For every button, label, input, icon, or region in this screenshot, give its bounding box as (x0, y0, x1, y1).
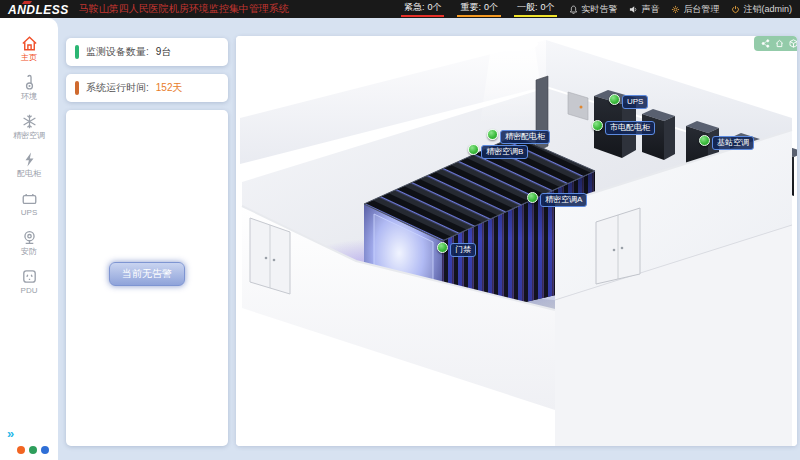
alarm-list-panel: 当前无告警 (66, 110, 228, 446)
bell-icon (569, 5, 578, 14)
device-label[interactable]: 精密空调B (468, 144, 528, 159)
sidebar-item-pdu[interactable]: PDU (3, 263, 55, 299)
device-status-dot (609, 94, 620, 105)
sidebar-item-ups[interactable]: UPS (3, 185, 55, 221)
alarm-level-label: 一般: (517, 1, 538, 14)
action-label: 注销(admin) (743, 3, 792, 16)
device-status-dot (437, 242, 448, 253)
snowflake-icon (20, 112, 39, 131)
speaker-icon (629, 5, 638, 14)
sidebar-item-power-distribution[interactable]: 配电柜 (3, 146, 55, 182)
logo-text: ANDLESS (8, 3, 69, 17)
app-root: ANDLESS 马鞍山第四人民医院机房环境监控集中管理系统 紧急: 0个 重要:… (0, 0, 800, 460)
logout-icon (731, 5, 740, 14)
device-count-label: 监测设备数量: (86, 45, 149, 59)
scene-3d-view[interactable]: UPS市电配电柜基站空调精密配电柜精密空调B精密空调A门禁 (236, 36, 797, 446)
device-label-text: 精密空调B (481, 145, 528, 159)
device-label[interactable]: UPS (609, 94, 648, 109)
device-label[interactable]: 基站空调 (699, 135, 754, 150)
home-icon[interactable] (775, 39, 784, 48)
top-bar: ANDLESS 马鞍山第四人民医院机房环境监控集中管理系统 紧急: 0个 重要:… (0, 0, 800, 18)
status-dot-blue[interactable] (41, 446, 49, 454)
alarm-level-count: 0个 (540, 1, 554, 14)
alarm-level-major[interactable]: 重要: 0个 (457, 1, 501, 17)
sidebar-item-label: UPS (21, 209, 37, 218)
device-label-text: 精密空调A (540, 193, 587, 207)
action-label: 后台管理 (683, 3, 719, 16)
uptime-value: 152天 (156, 81, 183, 95)
sidebar-item-label: 配电柜 (17, 170, 41, 179)
gear-icon (671, 5, 680, 14)
alarm-level-critical[interactable]: 紧急: 0个 (401, 1, 445, 17)
sidebar-item-home[interactable]: 主页 (3, 30, 55, 66)
device-label[interactable]: 精密空调A (527, 192, 587, 207)
green-bar-icon (75, 45, 79, 59)
device-label-text: 基站空调 (712, 136, 754, 150)
device-label[interactable]: 门禁 (437, 242, 476, 257)
device-label-text: 精密配电柜 (500, 130, 550, 144)
alarm-level-label: 紧急: (404, 1, 425, 14)
thermometer-icon (20, 73, 39, 92)
sidebar-item-label: 主页 (21, 54, 37, 63)
no-alarm-button[interactable]: 当前无告警 (109, 262, 185, 286)
device-label-text: UPS (622, 95, 648, 109)
sidebar-item-label: 安防 (21, 248, 37, 257)
logout-button[interactable]: 注销(admin) (731, 3, 792, 16)
sidebar-item-label: PDU (21, 287, 38, 296)
action-label: 声音 (641, 3, 659, 16)
uptime-card: 系统运行时间: 152天 (66, 74, 228, 102)
device-status-dot (592, 120, 603, 131)
alarm-level-count: 0个 (427, 1, 441, 14)
sidebar-item-environment[interactable]: 环境 (3, 69, 55, 105)
device-label[interactable]: 市电配电柜 (592, 120, 655, 135)
alarm-level-minor[interactable]: 一般: 0个 (514, 1, 558, 17)
page-title: 马鞍山第四人民医院机房环境监控集中管理系统 (79, 2, 289, 16)
app-logo: ANDLESS (8, 0, 69, 18)
sidebar: 主页 环境 精密空调 配电柜 (0, 18, 58, 460)
status-dot-orange[interactable] (17, 446, 25, 454)
device-status-dot (487, 129, 498, 140)
device-count-value: 9台 (156, 45, 172, 59)
realtime-alarm-button[interactable]: 实时告警 (569, 3, 617, 16)
device-label-text: 门禁 (450, 243, 476, 257)
device-count-card: 监测设备数量: 9台 (66, 38, 228, 66)
sidebar-item-precision-ac[interactable]: 精密空调 (3, 108, 55, 144)
socket-icon (20, 267, 39, 286)
alarm-level-count: 0个 (484, 1, 498, 14)
camera-icon (20, 228, 39, 247)
sound-button[interactable]: 声音 (629, 3, 659, 16)
sidebar-item-label: 精密空调 (13, 132, 45, 141)
device-status-dot (468, 144, 479, 155)
sidebar-item-security[interactable]: 安防 (3, 224, 55, 260)
device-status-dot (699, 135, 710, 146)
battery-icon (20, 189, 39, 208)
status-dots (5, 446, 58, 454)
sidebar-footer: » (0, 426, 58, 460)
device-label-text: 市电配电柜 (605, 121, 655, 135)
cube-icon[interactable] (789, 39, 797, 48)
expand-sidebar-button[interactable]: » (7, 426, 58, 441)
status-dot-green[interactable] (29, 446, 37, 454)
device-status-dot (527, 192, 538, 203)
lightning-icon (20, 150, 39, 169)
scene-toolbar (754, 36, 797, 51)
machine-room-render (236, 36, 797, 446)
home-icon (20, 34, 39, 53)
admin-button[interactable]: 后台管理 (671, 3, 719, 16)
device-label[interactable]: 精密配电柜 (487, 129, 550, 144)
uptime-label: 系统运行时间: (86, 81, 149, 95)
stats-column: 监测设备数量: 9台 系统运行时间: 152天 当前无告警 (66, 38, 228, 446)
action-label: 实时告警 (581, 3, 617, 16)
alarm-level-label: 重要: (460, 1, 481, 14)
share-icon[interactable] (761, 39, 770, 48)
orange-bar-icon (75, 81, 79, 95)
sidebar-item-label: 环境 (21, 93, 37, 102)
